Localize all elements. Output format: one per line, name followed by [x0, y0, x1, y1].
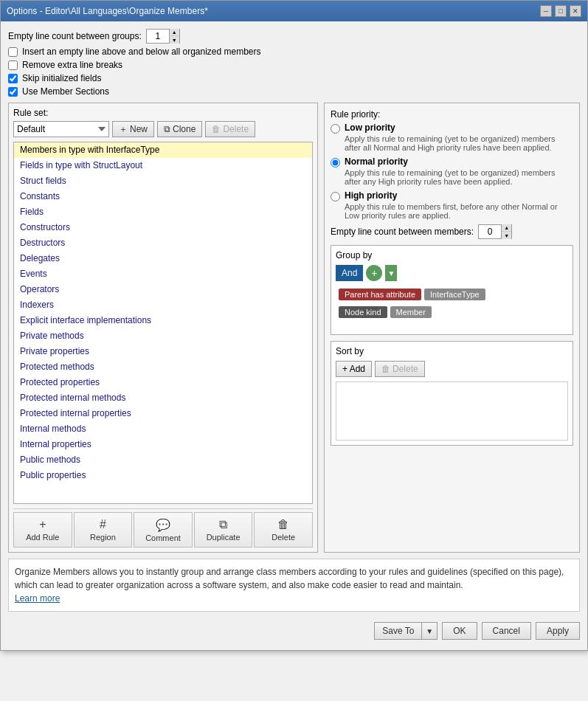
spinbox-arrows: ▲ ▼	[169, 29, 179, 44]
rule-list-item[interactable]: Delegates	[14, 251, 312, 266]
rule-list-item[interactable]: Internal methods	[14, 421, 312, 437]
main-window: Options - Editor\All Languages\Organize …	[0, 0, 588, 651]
sort-delete-icon: 🗑	[381, 364, 390, 374]
add-condition-button[interactable]: +	[366, 265, 382, 281]
members-spinbox-up[interactable]: ▲	[501, 224, 511, 232]
region-icon: #	[100, 518, 106, 531]
rule-list-item[interactable]: Public methods	[14, 452, 312, 468]
normal-priority-row: Normal priority Apply this rule to remai…	[331, 156, 573, 186]
region-button[interactable]: # Region	[74, 512, 133, 548]
group-by-box: Group by And + ▼ Parent has attribute In…	[331, 245, 573, 335]
spinbox-down[interactable]: ▼	[169, 36, 179, 44]
insert-empty-line-label: Insert an empty line above and below all…	[22, 46, 261, 57]
use-member-sections-label: Use Member Sections	[22, 86, 109, 97]
rule-list-item[interactable]: Constructors	[14, 220, 312, 235]
bottom-toolbar: + Add Rule # Region 💬 Comment ⧉ Duplicat…	[13, 508, 313, 548]
high-priority-row: High priority Apply this rule to members…	[331, 190, 573, 220]
interface-type-tag[interactable]: InterfaceType	[424, 289, 485, 300]
parent-has-attribute-tag[interactable]: Parent has attribute	[339, 289, 421, 300]
rule-list-item[interactable]: Private methods	[14, 328, 312, 344]
duplicate-button[interactable]: ⧉ Duplicate	[194, 512, 253, 548]
sort-delete-button[interactable]: 🗑 Delete	[375, 361, 425, 377]
close-button[interactable]: ✕	[570, 5, 581, 17]
insert-empty-line-row: Insert an empty line above and below all…	[8, 46, 580, 57]
remove-extra-row: Remove extra line breaks	[8, 60, 580, 70]
empty-line-input[interactable]	[147, 30, 169, 43]
remove-extra-checkbox[interactable]	[8, 61, 18, 70]
empty-line-members-input[interactable]	[479, 225, 501, 238]
comment-button[interactable]: 💬 Comment	[134, 512, 193, 548]
rule-priority-label: Rule priority:	[331, 109, 573, 120]
rule-list-item[interactable]: Constants	[14, 189, 312, 204]
skip-initialized-checkbox[interactable]	[8, 74, 18, 83]
left-panel: Rule set: Default ＋ New ⧉ Clone 🗑	[8, 103, 318, 553]
save-to-dropdown[interactable]: ▼	[422, 623, 437, 639]
description-text: Organize Members allows you to instantly…	[15, 567, 564, 590]
delete-ruleset-button[interactable]: 🗑 Delete	[205, 121, 255, 137]
new-plus-icon: ＋	[119, 123, 128, 136]
rule-set-label: Rule set:	[13, 108, 313, 118]
members-spinbox-down[interactable]: ▼	[501, 232, 511, 239]
comment-icon: 💬	[156, 518, 170, 532]
ruleset-select[interactable]: Default	[13, 121, 109, 137]
minimize-button[interactable]: ─	[540, 5, 552, 17]
rule-list-item[interactable]: Events	[14, 266, 312, 282]
rules-list[interactable]: Members in type with InterfaceTypeFields…	[13, 142, 313, 504]
node-kind-tag[interactable]: Node kind	[339, 306, 387, 318]
rule-list-item[interactable]: Fields in type with StructLayout	[14, 158, 312, 173]
rule-list-item[interactable]: Operators	[14, 282, 312, 297]
top-options: Empty line count between groups: ▲ ▼ Ins…	[8, 29, 580, 97]
clone-button[interactable]: ⧉ Clone	[157, 121, 202, 137]
rule-list-item[interactable]: Members in type with InterfaceType	[14, 142, 312, 158]
clone-icon: ⧉	[164, 124, 170, 134]
delete-icon: 🗑	[212, 124, 221, 134]
insert-empty-line-checkbox[interactable]	[8, 47, 18, 57]
sort-add-button[interactable]: + Add	[336, 361, 372, 377]
add-condition-dropdown[interactable]: ▼	[385, 265, 397, 281]
rule-list-item[interactable]: Private properties	[14, 344, 312, 359]
rule-list-item[interactable]: Indexers	[14, 297, 312, 313]
and-button[interactable]: And	[336, 265, 363, 281]
normal-priority-radio[interactable]	[331, 158, 340, 168]
empty-line-count-row: Empty line count between groups: ▲ ▼	[8, 29, 580, 44]
apply-button[interactable]: Apply	[536, 622, 580, 640]
skip-initialized-row: Skip initialized fields	[8, 73, 580, 83]
save-to-button[interactable]: Save To	[375, 623, 422, 639]
maximize-button[interactable]: □	[555, 5, 567, 17]
window-content: Empty line count between groups: ▲ ▼ Ins…	[1, 21, 587, 650]
group-inner-content: Parent has attribute InterfaceType Node …	[336, 286, 568, 330]
rule-list-item[interactable]: Public properties	[14, 468, 312, 483]
rule-list-item[interactable]: Protected internal properties	[14, 406, 312, 421]
spinbox-up[interactable]: ▲	[169, 29, 179, 36]
use-member-sections-row: Use Member Sections	[8, 86, 580, 97]
new-rule-button[interactable]: ＋ New	[112, 121, 154, 137]
sort-controls: + Add 🗑 Delete	[336, 361, 568, 377]
low-priority-radio[interactable]	[331, 124, 340, 134]
low-priority-title: Low priority	[345, 122, 573, 133]
rule-list-item[interactable]: Fields	[14, 204, 312, 220]
rule-list-item[interactable]: Destructors	[14, 235, 312, 251]
empty-line-spinbox[interactable]: ▲ ▼	[146, 29, 180, 44]
high-priority-radio[interactable]	[331, 192, 340, 201]
delete-rule-button[interactable]: 🗑 Delete	[254, 512, 313, 548]
remove-extra-label: Remove extra line breaks	[22, 60, 122, 70]
empty-line-members-spinbox[interactable]: ▲ ▼	[478, 224, 512, 239]
rule-list-item[interactable]: Explicit interface implementations	[14, 313, 312, 328]
rule-list-item[interactable]: Protected properties	[14, 375, 312, 390]
sort-content	[336, 381, 568, 441]
empty-line-members-label: Empty line count between members:	[331, 227, 474, 237]
members-spinbox-arrows: ▲ ▼	[501, 224, 511, 239]
learn-more-link[interactable]: Learn more	[15, 593, 60, 604]
ok-button[interactable]: OK	[442, 622, 477, 640]
use-member-sections-checkbox[interactable]	[8, 87, 18, 97]
add-rule-button[interactable]: + Add Rule	[13, 512, 72, 548]
main-panels: Rule set: Default ＋ New ⧉ Clone 🗑	[8, 103, 580, 553]
rule-list-item[interactable]: Internal properties	[14, 437, 312, 452]
title-bar: Options - Editor\All Languages\Organize …	[1, 1, 587, 21]
cancel-button[interactable]: Cancel	[482, 622, 531, 640]
member-tag[interactable]: Member	[390, 306, 432, 318]
rule-list-item[interactable]: Struct fields	[14, 173, 312, 189]
add-rule-icon: +	[39, 518, 46, 531]
rule-list-item[interactable]: Protected methods	[14, 359, 312, 375]
rule-list-item[interactable]: Protected internal methods	[14, 390, 312, 406]
